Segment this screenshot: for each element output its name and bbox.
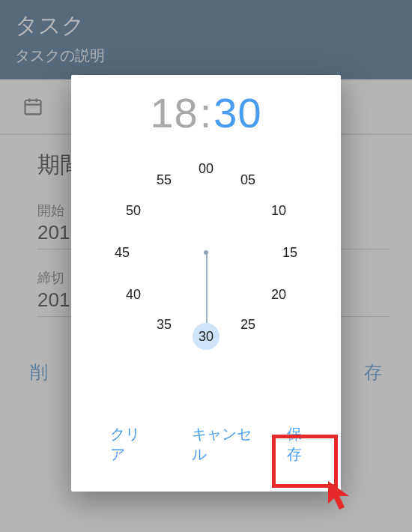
clock-minute-50[interactable]: 50	[120, 197, 147, 224]
clock-minute-00[interactable]: 00	[193, 155, 219, 182]
clock-center	[204, 250, 208, 255]
clock-minute-40[interactable]: 40	[120, 281, 147, 308]
time-display: 18 : 30	[150, 88, 261, 137]
clock-minute-30[interactable]: 30	[193, 323, 219, 350]
dialog-actions: クリア キャンセル 保存	[71, 405, 341, 492]
cancel-button[interactable]: キャンセル	[184, 418, 266, 471]
clock-minute-20[interactable]: 20	[265, 281, 292, 308]
time-minute[interactable]: 30	[213, 88, 261, 137]
clock-minute-15[interactable]: 15	[276, 239, 303, 266]
clock-minute-35[interactable]: 35	[151, 312, 178, 339]
save-button[interactable]: 保存	[279, 418, 321, 471]
time-picker-dialog: 18 : 30 000510152025303540455055 クリア キャン…	[71, 75, 341, 492]
time-colon: :	[200, 88, 213, 137]
clock-minute-10[interactable]: 10	[265, 197, 292, 224]
clock-minute-05[interactable]: 05	[234, 166, 261, 193]
clock-minute-25[interactable]: 25	[234, 312, 261, 339]
clock-minute-55[interactable]: 55	[151, 166, 178, 193]
clear-button[interactable]: クリア	[103, 418, 157, 471]
time-hour[interactable]: 18	[150, 88, 198, 137]
clock-face[interactable]: 000510152025303540455055	[109, 155, 303, 350]
clock-minute-45[interactable]: 45	[109, 239, 136, 266]
